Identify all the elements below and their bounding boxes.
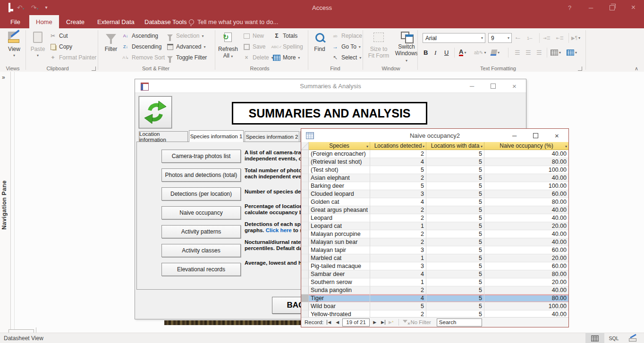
cell-locations-detected[interactable]: 2 [370, 230, 426, 238]
more-button[interactable]: More▾ [273, 53, 300, 62]
replace-button[interactable]: abReplace [331, 31, 362, 41]
bold-button[interactable]: B [424, 48, 428, 58]
cell-species[interactable]: Southern serow [309, 278, 370, 286]
minimize-button[interactable]: ─ [580, 0, 602, 15]
cell-species[interactable]: Pig-tailed macaque [309, 262, 370, 270]
click-here-link[interactable]: Click here [266, 227, 292, 233]
tab-file[interactable]: File [4, 15, 27, 28]
cell-species[interactable]: Wild boar [309, 302, 370, 310]
size-to-fit-form-button[interactable]: Size toFit Form [366, 30, 391, 64]
expand-nav-pane-icon[interactable]: » [2, 74, 5, 81]
table-row[interactable]: Malayan tapir 3 5 60.00 [301, 246, 568, 254]
record-selector[interactable] [301, 166, 309, 174]
cell-locations-detected[interactable]: 1 [370, 254, 426, 262]
no-filter-icon[interactable]: × [403, 320, 408, 325]
record-selector[interactable] [301, 214, 309, 222]
cell-naive-occupancy[interactable]: 60.00 [484, 190, 568, 198]
cell-locations-detected[interactable]: 2 [370, 174, 426, 182]
table-row[interactable]: Malayan sun bear 2 5 40.00 [301, 238, 568, 246]
ascending-button[interactable]: A↓Ascending [122, 31, 158, 41]
find-button[interactable]: Find [311, 30, 329, 64]
table-row[interactable]: Tiger 4 5 80.00 [301, 294, 568, 302]
cell-locations-with-data[interactable]: 5 [426, 222, 484, 230]
filter-dropdown-icon[interactable]: ▾ [565, 144, 567, 149]
table-row[interactable]: Asian elephant 2 5 40.00 [301, 174, 568, 182]
text-formatting-dialog-launcher[interactable] [578, 67, 582, 71]
select-button[interactable]: ↖Select▾ [331, 53, 361, 62]
cell-locations-with-data[interactable]: 5 [426, 150, 484, 158]
cell-locations-detected[interactable]: 1 [370, 222, 426, 230]
cell-species[interactable]: (Foreign encroacher) [309, 150, 370, 158]
table-row[interactable]: Great argus pheasant 2 5 40.00 [301, 206, 568, 214]
advanced-button[interactable]: Advanced▾ [166, 42, 205, 51]
table-row[interactable]: Pig-tailed macaque 3 5 60.00 [301, 262, 568, 270]
font-color-button[interactable]: A ▾ [459, 48, 466, 58]
first-record-button[interactable]: ◀ [327, 320, 332, 325]
gridlines-button[interactable]: ▾ [551, 48, 561, 58]
table-row[interactable]: Leopard cat 1 5 20.00 [301, 222, 568, 230]
cell-locations-with-data[interactable]: 5 [426, 270, 484, 278]
cell-locations-detected[interactable]: 2 [370, 206, 426, 214]
delete-record-button[interactable]: ×Delete▾ [243, 53, 273, 62]
datasheet-title-bar[interactable]: Naive occupancy2 ─ × [301, 129, 568, 142]
refresh-form-button[interactable] [139, 96, 172, 128]
switch-windows-button[interactable]: Switch Windows ▾ [394, 30, 419, 64]
column-header-species[interactable]: Species▾ [309, 142, 370, 150]
table-row[interactable]: (Retrieval test shot) 4 5 80.00 [301, 158, 568, 166]
cell-species[interactable]: Tiger [309, 294, 370, 302]
totals-button[interactable]: ΣTotals [273, 31, 297, 41]
cell-species[interactable]: Leopard [309, 214, 370, 222]
cut-button[interactable]: ✂Cut [49, 31, 68, 41]
form-action-button[interactable]: Detections (per location) [161, 187, 241, 201]
font-size-combo[interactable]: 9▾ [488, 33, 512, 43]
record-selector[interactable] [301, 230, 309, 238]
cell-species[interactable]: Malayan tapir [309, 246, 370, 254]
underline-button[interactable]: U [444, 48, 449, 58]
cell-locations-detected[interactable]: 3 [370, 262, 426, 270]
bullets-icon[interactable]: •─ [516, 33, 520, 43]
cell-locations-detected[interactable]: 5 [370, 302, 426, 310]
cell-naive-occupancy[interactable]: 40.00 [484, 238, 568, 246]
cell-locations-with-data[interactable]: 5 [426, 246, 484, 254]
cell-species[interactable]: Barking deer [309, 182, 370, 190]
cell-locations-with-data[interactable]: 5 [426, 214, 484, 222]
last-record-button[interactable]: ▶ [380, 320, 385, 325]
cell-naive-occupancy[interactable]: 80.00 [484, 270, 568, 278]
background-color-button[interactable]: ▾ [491, 48, 500, 58]
italic-button[interactable]: I [434, 48, 436, 58]
datasheet-close-button[interactable]: × [546, 129, 568, 142]
cell-locations-detected[interactable]: 3 [370, 246, 426, 254]
record-selector[interactable] [301, 190, 309, 198]
cell-locations-detected[interactable]: 2 [370, 286, 426, 294]
cell-locations-detected[interactable]: 4 [370, 158, 426, 166]
table-row[interactable]: Clouded leopard 3 5 60.00 [301, 190, 568, 198]
table-row[interactable]: Marbled cat 1 5 20.00 [301, 254, 568, 262]
cell-locations-with-data[interactable]: 5 [426, 278, 484, 286]
record-selector[interactable] [301, 198, 309, 206]
tab-create[interactable]: Create [59, 15, 91, 28]
cell-locations-with-data[interactable]: 5 [426, 286, 484, 294]
table-row[interactable]: Barking deer 5 5 100.00 [301, 182, 568, 190]
cell-locations-detected[interactable]: 1 [370, 278, 426, 286]
goto-button[interactable]: →Go To▾ [331, 42, 361, 51]
cell-locations-detected[interactable]: 5 [370, 182, 426, 190]
cell-naive-occupancy[interactable]: 40.00 [484, 214, 568, 222]
cell-locations-with-data[interactable]: 5 [426, 166, 484, 174]
cell-locations-detected[interactable]: 2 [370, 238, 426, 246]
clipboard-dialog-launcher[interactable] [92, 67, 96, 71]
cell-naive-occupancy[interactable]: 60.00 [484, 246, 568, 254]
form-action-button[interactable]: Naive occupancy [161, 206, 241, 219]
cell-locations-detected[interactable]: 4 [370, 198, 426, 206]
numbering-icon[interactable]: 1─ [527, 33, 532, 43]
cell-naive-occupancy[interactable]: 80.00 [484, 158, 568, 166]
tab-species-information-2[interactable]: Species information 2 [245, 131, 299, 142]
cell-naive-occupancy[interactable]: 20.00 [484, 254, 568, 262]
record-selector[interactable] [301, 270, 309, 278]
form-action-button[interactable]: Activity classes [161, 244, 241, 257]
table-row[interactable]: Wild boar 5 5 100.00 [301, 302, 568, 310]
table-row[interactable]: Golden cat 4 5 80.00 [301, 198, 568, 206]
record-selector[interactable] [301, 222, 309, 230]
tab-location-information[interactable]: Location information [139, 131, 188, 142]
new-record-button-nav[interactable]: ▶* [387, 320, 395, 325]
cell-locations-with-data[interactable]: 5 [426, 230, 484, 238]
